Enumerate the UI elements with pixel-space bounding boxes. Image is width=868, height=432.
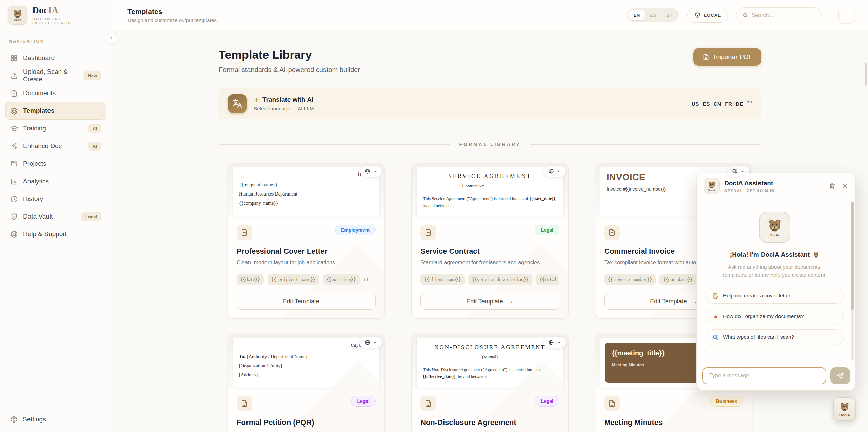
card-language-dropdown[interactable] <box>544 166 566 177</box>
card-language-dropdown[interactable] <box>360 337 382 348</box>
floating-button-label: DocIA <box>839 413 850 417</box>
edit-template-button[interactable]: Edit Template → <box>420 293 559 310</box>
suggestion-file-types[interactable]: What types of files can I scan? <box>706 329 844 345</box>
sidebar-item-label: Upload, Scan & Create <box>23 68 78 83</box>
sidebar-item-label: History <box>23 195 43 203</box>
card-language-dropdown[interactable] <box>544 337 566 348</box>
local-mode-label: LOCAL <box>704 13 721 18</box>
sidebar-item-label: Dashboard <box>23 54 55 62</box>
local-mode-button[interactable]: LOCAL <box>687 8 728 23</box>
card-language-dropdown[interactable] <box>360 166 382 177</box>
assistant-description: Ask me anything about your documents, te… <box>721 263 829 279</box>
suggestion-label: What types of files can I scan? <box>723 334 794 340</box>
assistant-panel: DocIA DocIA Assistant OPENAI · GPT-4O-MI… <box>696 173 856 391</box>
bear-emoji-icon <box>813 251 820 258</box>
assistant-scrollbar-thumb[interactable] <box>851 202 854 310</box>
edit-template-label: Edit Template <box>282 298 319 305</box>
assistant-floating-button[interactable]: DocIA <box>833 397 856 421</box>
ai-badge: AI <box>88 142 101 151</box>
page-scrollbar[interactable] <box>865 63 867 85</box>
sidebar-item-settings[interactable]: Settings <box>0 409 112 432</box>
edit-template-button[interactable]: Edit Template → <box>237 293 376 310</box>
edit-template-label: Edit Template <box>650 298 687 305</box>
send-button[interactable] <box>830 367 850 384</box>
card-info: Legal Service Contract Standard agreemen… <box>412 217 568 318</box>
assistant-title: DocIA Assistant <box>724 180 775 187</box>
preview-body: This Non-Disclosure Agreement ("Agreemen… <box>423 366 557 380</box>
sidebar-item-history[interactable]: History <box>5 190 106 208</box>
template-title: Professional Cover Letter <box>237 247 376 256</box>
message-input[interactable] <box>702 367 826 384</box>
trash-icon[interactable] <box>829 183 836 190</box>
variable-chip: {{due_date}} <box>659 274 696 285</box>
assistant-actions <box>829 183 849 190</box>
sidebar-item-training[interactable]: Training AI <box>5 120 106 137</box>
document-preview-page: {{date}} {{recipient_name}} Human Resour… <box>233 167 379 217</box>
language-option-es[interactable]: ES <box>645 10 662 20</box>
template-card-nda: NON-DISCLOSURE AGREEMENT (Mutual) This N… <box>411 334 569 432</box>
brand-tagline: DOCUMENT INTELLIGENCE <box>32 17 103 25</box>
card-info: Business Meeting Minutes <box>595 388 752 432</box>
translate-ai-banner[interactable]: Translate with AI Select language — AI L… <box>219 88 761 119</box>
preview-subheading: Contract No. <box>423 183 557 189</box>
chevron-left-icon <box>109 36 114 41</box>
document-preview-page: [City], [Date] To: [Authority / Departme… <box>233 338 379 388</box>
chevron-down-icon <box>373 169 377 173</box>
sidebar-item-label: Data Vault <box>23 213 53 220</box>
variable-chip: {{service_description}} <box>468 274 532 285</box>
template-preview: SERVICE AGREEMENT Contract No. This Serv… <box>412 163 568 217</box>
flag-fr: FR <box>725 101 732 107</box>
suggestion-label: Help me create a cover letter <box>723 293 790 299</box>
topbar-titles: Templates Design and customize output te… <box>127 7 218 23</box>
globe-icon <box>548 340 554 345</box>
document-icon <box>237 225 252 240</box>
language-option-zh[interactable]: ZH <box>662 10 678 20</box>
sidebar-item-help-support[interactable]: Help & Support <box>5 225 106 243</box>
banner-subtitle: Select language — AI LLM <box>254 106 314 111</box>
sidebar-item-data-vault[interactable]: Data Vault Local <box>5 208 106 225</box>
suggestion-organize-documents[interactable]: How do I organize my documents? <box>706 309 844 324</box>
template-title: Service Contract <box>420 247 559 256</box>
sidebar-item-upload[interactable]: Upload, Scan & Create New <box>5 67 106 84</box>
translate-icon <box>228 94 247 113</box>
formal-library-divider: FORMAL LIBRARY <box>219 142 761 147</box>
variable-chip: {{invoice_number}} <box>604 274 656 285</box>
banner-text: Translate with AI Select language — AI L… <box>254 96 314 111</box>
flag-de: DE <box>736 101 743 107</box>
sidebar-item-label: Help & Support <box>23 230 67 238</box>
sidebar-nav: NAVIGATION Dashboard Upload, Scan & Crea… <box>0 30 112 409</box>
sidebar-item-documents[interactable]: Documents <box>5 84 106 102</box>
sidebar-collapse-button[interactable] <box>106 33 117 44</box>
page-title: Template Library <box>219 48 360 61</box>
arrow-right-icon: → <box>323 297 330 305</box>
sidebar-item-analytics[interactable]: Analytics <box>5 172 106 190</box>
close-icon[interactable] <box>842 183 849 190</box>
sidebar-item-projects[interactable]: Projects <box>5 155 106 172</box>
user-menu-button[interactable] <box>838 7 855 24</box>
preview-line: To: [Authority / Department Name] <box>239 354 373 359</box>
new-badge: New <box>83 71 101 80</box>
more-chips-count: +1 <box>363 277 369 282</box>
preview-line: Human Resources Department <box>239 191 373 197</box>
search-input[interactable] <box>752 12 815 18</box>
nav-section-label: NAVIGATION <box>5 39 106 44</box>
topbar-title: Templates <box>127 7 218 16</box>
settings-label: Settings <box>23 416 46 423</box>
graduation-cap-icon <box>10 125 18 132</box>
preview-heading: SERVICE AGREEMENT <box>423 173 557 180</box>
import-pdf-button[interactable]: Importar PDF <box>693 48 761 66</box>
template-card-cover-letter: {{date}} {{recipient_name}} Human Resour… <box>228 163 385 319</box>
topbar-subtitle: Design and customize output templates. <box>127 17 218 23</box>
suggestion-cover-letter[interactable]: Help me create a cover letter <box>706 288 844 304</box>
bar-chart-icon <box>712 313 719 320</box>
bar-chart-icon <box>10 178 18 185</box>
sidebar-item-templates[interactable]: Templates <box>5 102 106 120</box>
variable-chip: {{client_name}} <box>420 274 465 285</box>
gear-icon <box>10 416 18 423</box>
language-option-en[interactable]: EN <box>628 10 645 20</box>
sidebar-item-dashboard[interactable]: Dashboard <box>5 49 106 67</box>
chevron-down-icon <box>557 169 561 173</box>
sidebar-item-enhance-doc[interactable]: Enhance Doc AI <box>5 137 106 155</box>
assistant-emblem-label: DocIA <box>770 234 779 237</box>
sidebar-item-label: Training <box>23 125 46 132</box>
